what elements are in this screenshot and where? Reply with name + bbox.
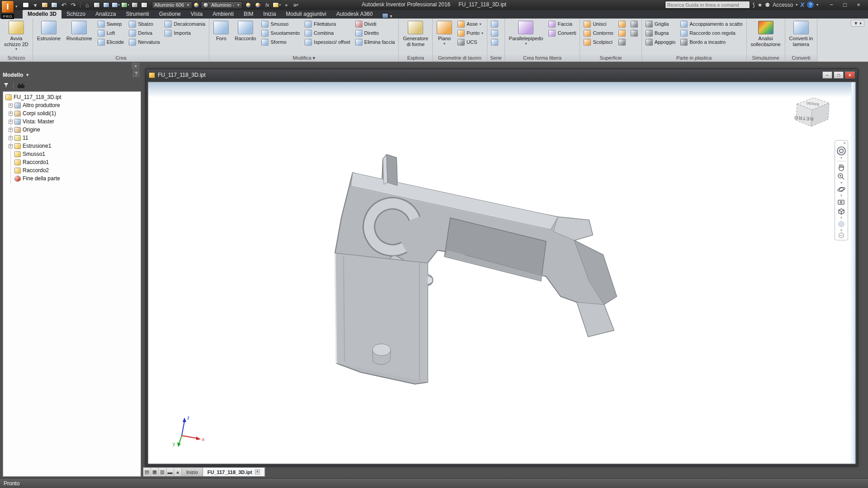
tree-item-altro-produttore[interactable]: +Altro produttore (3, 101, 141, 109)
ribbon-button-extend-surface[interactable] (617, 38, 627, 47)
doc-restore-button[interactable]: □ (834, 71, 844, 79)
ribbon-button-filettatura[interactable]: Filettatura (303, 19, 352, 28)
tab-schizzo[interactable]: Schizzo (61, 10, 90, 19)
ribbon-button-loft[interactable]: Loft (96, 28, 126, 38)
close-button[interactable]: × (852, 0, 865, 9)
tree-item-raccordo2[interactable]: Raccordo2 (3, 166, 141, 174)
ribbon-button-asse[interactable]: Asse▾ (456, 19, 485, 28)
ribbon-button-circular-pattern[interactable] (489, 28, 500, 38)
tab-moduli-aggiuntivi[interactable]: Moduli aggiuntivi (281, 10, 331, 19)
ribbon-button-scolpisci[interactable]: Scolpisci (582, 38, 615, 47)
ribbon-button-delete-surface[interactable] (629, 28, 640, 38)
ribbon-button-accoppiamento-a-scatto[interactable]: Accoppiamento a scatto (679, 19, 744, 28)
find-binoculars-icon[interactable] (17, 82, 25, 89)
model-viewport[interactable]: BASSO RETRO ✕ ▼ ▼ (148, 82, 856, 464)
ribbon-appearance-button[interactable]: ▾ (382, 13, 392, 19)
expand-icon[interactable]: + (9, 120, 13, 124)
tab-ambienti[interactable]: Ambienti (208, 10, 239, 19)
part-3d-model[interactable] (148, 82, 856, 464)
ribbon-button-sweep[interactable]: Sweep (96, 19, 126, 28)
ribbon-group-label-converti[interactable]: Converti (785, 55, 817, 61)
ribbon-button-importa[interactable]: Importa (163, 28, 207, 38)
help-arrow-icon[interactable]: ▾ (816, 3, 818, 7)
qat-parameters-fx-icon[interactable]: fx (263, 1, 271, 9)
ribbon-button-converti[interactable]: Converti (547, 28, 578, 38)
expand-icon[interactable]: + (9, 144, 13, 148)
piano-arrow-icon[interactable]: ▾ (443, 42, 445, 46)
qat-new-file-arrow-icon[interactable]: ▾ (31, 1, 39, 9)
browser-help-icon[interactable]: ? (133, 70, 139, 77)
restore-button[interactable]: □ (838, 0, 852, 9)
ribbon-group-label-crea[interactable]: Crea (33, 55, 209, 61)
qat-clear-appearance-icon[interactable]: × (254, 1, 262, 9)
qat-measure-icon[interactable]: ▾ (273, 1, 281, 9)
ribbon-button-griglia[interactable]: Griglia (644, 19, 678, 28)
ribbon-group-label-esplora[interactable]: Esplora (399, 55, 432, 61)
tree-item-11[interactable]: +11 (3, 134, 141, 142)
expand-icon[interactable]: + (9, 103, 13, 108)
application-menu[interactable]: I ▾ PRO (1, 0, 19, 19)
qat-redo-icon[interactable]: ↷ (69, 1, 77, 9)
doc-close-button[interactable]: × (845, 71, 855, 79)
minimize-button[interactable]: − (825, 0, 838, 9)
ribbon-button-elimina-faccia[interactable]: Elimina faccia (354, 38, 397, 47)
pan-hand-icon[interactable] (837, 163, 846, 172)
ribbon-button-generatore-di-forme[interactable]: Generatoredi forme (401, 19, 430, 55)
inventor-logo-icon[interactable]: I (1, 0, 14, 13)
qat-save-icon[interactable] (50, 1, 58, 9)
qat-print-icon[interactable] (93, 1, 101, 9)
tab-modello-3d[interactable]: Modello 3D (23, 10, 61, 19)
navbar-close-icon[interactable]: ✕ (843, 141, 846, 145)
ribbon-group-label-crea-forma-libera[interactable]: Crea forma libera (505, 55, 580, 61)
tab-bim[interactable]: BIM (239, 10, 258, 19)
ribbon-group-label-schizzo[interactable]: Schizzo (0, 55, 33, 61)
filter-icon[interactable] (3, 82, 9, 89)
ribbon-group-label-modifica[interactable]: Modifica ▾ (209, 55, 398, 61)
ribbon-button-avvia-schizzo-2d[interactable]: Avviaschizzo 2D▾ (2, 19, 31, 55)
ribbon-button-bordo-a-incastro[interactable]: Bordo a incastro (679, 38, 744, 47)
ribbon-button-contorno[interactable]: Contorno (582, 28, 615, 38)
zoom-arrow-icon[interactable]: ▼ (840, 182, 843, 184)
ribbon-collapse-button[interactable]: ▼ ▾ (851, 20, 864, 27)
orbit-icon[interactable] (837, 185, 846, 194)
tree-item-origine[interactable]: +Origine (3, 126, 141, 134)
appearance-ball-icon[interactable] (193, 2, 199, 8)
exchange-apps-icon[interactable]: X (800, 1, 804, 8)
view-cube-home-icon[interactable] (837, 207, 846, 216)
ribbon-button-raccordo[interactable]: Raccordo (232, 19, 258, 55)
tree-item-vista-master[interactable]: +Vista: Master (3, 117, 141, 126)
ribbon-button-svuotamento[interactable]: Svuotamento (259, 28, 302, 38)
expand-icon[interactable]: + (9, 128, 13, 132)
select-arrow-icon[interactable]: ▾ (127, 3, 129, 7)
full-navigation-wheel-icon[interactable] (836, 145, 847, 156)
tree-item-corpi-solidi-1[interactable]: +Corpi solidi(1) (3, 109, 141, 117)
tree-item-estrusione1[interactable]: +Estrusione1 (3, 142, 141, 150)
browser-close-icon[interactable]: × (132, 63, 139, 69)
ribbon-button-trim-surface[interactable] (617, 28, 627, 38)
ribbon-button-smusso[interactable]: Smusso (259, 19, 302, 28)
ribbon-button-diretto[interactable]: Diretto (354, 28, 397, 38)
more-tools-arrow-icon[interactable]: ▼ (840, 229, 843, 232)
ribbon-group-label-simulazione[interactable]: Simulazione (747, 55, 785, 61)
document-title-bar[interactable]: FU_117_118_3D.ipt − □ × (146, 69, 858, 81)
tree-item-raccordo1[interactable]: Raccordo1 (3, 158, 141, 166)
user-avatar-icon[interactable]: ⚉ (765, 2, 770, 8)
tab-strumenti[interactable]: Strumenti (121, 10, 154, 19)
ribbon-button-replace-face[interactable] (629, 19, 640, 28)
view-cube[interactable]: BASSO RETRO (790, 90, 834, 134)
ribbon-group-label-parte-in-plastica[interactable]: Parte in plastica (642, 55, 746, 61)
ribbon-group-label-geometrie-di-lavoro[interactable]: Geometrie di lavoro (433, 55, 487, 61)
favorites-star-icon[interactable]: ★ (757, 2, 762, 8)
bottom-tab-inizio[interactable]: Inizio (182, 468, 203, 476)
community-icon[interactable]: ⟆ (753, 2, 755, 8)
help-icon[interactable]: ? (807, 1, 814, 8)
qat-material-plus-icon[interactable]: + (282, 1, 290, 9)
ribbon-button-mirror[interactable] (489, 38, 500, 47)
view-arrow-icon[interactable]: ▼ (840, 216, 843, 219)
ribbon-button-analisi-sollecitazione[interactable]: Analisisollecitazione (749, 19, 783, 55)
orbit-arrow-icon[interactable]: ▼ (840, 194, 843, 197)
ribbon-button-piano[interactable]: Piano▾ (434, 19, 454, 55)
render-image-arrow-icon[interactable]: ▾ (118, 3, 120, 7)
window-layout-icon-3[interactable]: ▥ (159, 468, 166, 476)
window-layout-icon-1[interactable]: ▤ (143, 468, 151, 476)
